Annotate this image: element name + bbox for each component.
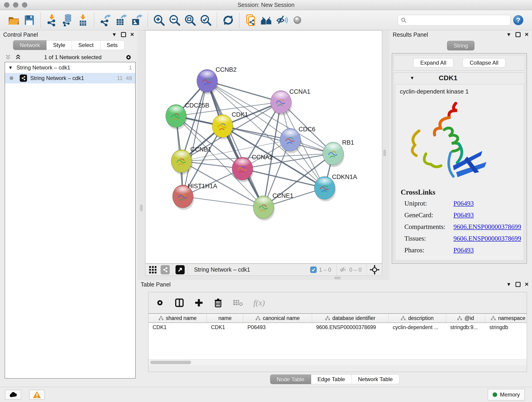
panel-collapse-icon[interactable]: ▼ <box>506 32 511 38</box>
left-splitter-handle[interactable] <box>140 205 143 211</box>
delete-column-icon[interactable] <box>214 298 223 307</box>
node-CCNA2[interactable] <box>232 157 254 182</box>
column-header-name[interactable]: name <box>207 314 243 322</box>
column-header-database-identifier[interactable]: database identifier <box>312 314 389 322</box>
network-graph[interactable]: CCNB2CCNA1CDC25BCDK1CDC6RB1CCNB1CCNA2CDK… <box>146 31 382 263</box>
right-splitter-handle[interactable] <box>384 150 386 156</box>
clone-network-icon[interactable] <box>244 13 257 27</box>
search-box[interactable] <box>398 15 510 26</box>
panel-collapse-icon[interactable]: ▼ <box>506 281 511 287</box>
node-CCNE1[interactable] <box>253 196 275 221</box>
hscrollbar-thumb[interactable] <box>150 361 191 364</box>
expand-all-icon[interactable] <box>15 54 21 60</box>
level-of-detail-icon[interactable] <box>291 13 304 27</box>
fit-selected-crosshair-icon[interactable] <box>370 265 380 275</box>
column-header-@id[interactable]: @id <box>446 314 485 322</box>
zoom-out-icon[interactable] <box>168 13 181 27</box>
export-table-icon[interactable] <box>114 13 128 27</box>
collection-caret-icon[interactable]: ▼ <box>8 65 13 70</box>
edge-CCNA2-CDKN1A[interactable] <box>242 169 325 188</box>
refresh-icon[interactable] <box>222 13 235 27</box>
node-RB1[interactable] <box>323 142 344 167</box>
zoom-fit-icon[interactable] <box>184 13 197 27</box>
network-row[interactable]: String Network – cdk1 11 48 <box>5 73 135 83</box>
crosslink-link[interactable]: 9606.ENSP00000378699 <box>453 223 521 230</box>
crosslink-link[interactable]: 9606.ENSP00000378699 <box>453 235 521 242</box>
edge-CCNB2-HIST1H1A[interactable] <box>183 81 207 196</box>
column-header-description[interactable]: description <box>389 314 446 322</box>
selected-nodes-checkbox-icon[interactable] <box>310 267 317 273</box>
bottom-splitter-handle[interactable] <box>334 277 341 279</box>
table-cell[interactable]: CDK1 <box>148 323 207 332</box>
collapse-all-icon[interactable] <box>5 54 11 60</box>
panel-float-icon[interactable] <box>515 282 520 287</box>
crosslink-link[interactable]: P06493 <box>453 246 474 254</box>
automation-cloud-button[interactable] <box>5 390 21 400</box>
node-CCNB2[interactable] <box>197 70 218 95</box>
edge-CCNE1-HIST1H1A[interactable] <box>183 196 264 207</box>
import-network-icon[interactable] <box>45 13 58 27</box>
tab-style[interactable]: Style <box>46 40 72 50</box>
node-CDC25B[interactable] <box>166 104 187 129</box>
zoom-selected-icon[interactable] <box>199 13 212 27</box>
show-columns-icon[interactable] <box>175 298 184 307</box>
gear-icon[interactable] <box>125 53 133 61</box>
tab-network-table[interactable]: Network Table <box>352 375 399 384</box>
add-column-icon[interactable] <box>194 298 203 307</box>
tab-node-table[interactable]: Node Table <box>270 375 311 384</box>
panel-float-icon[interactable] <box>121 32 126 37</box>
table-cell[interactable]: stringdb <box>485 323 527 332</box>
crosslink-link[interactable]: P06493 <box>453 211 474 219</box>
table-hscrollbar[interactable] <box>148 359 527 365</box>
table-cell[interactable]: CDK1 <box>207 323 243 332</box>
node-label-CDK1: CDK1 <box>232 111 248 118</box>
zoom-in-icon[interactable] <box>152 13 166 27</box>
tab-network[interactable]: Network <box>13 40 46 50</box>
tab-sets[interactable]: Sets <box>100 40 124 50</box>
table-cell[interactable]: stringdb:9... <box>446 323 485 332</box>
section-caret-icon[interactable]: ▼ <box>410 75 414 81</box>
node-CDC6[interactable] <box>280 128 302 153</box>
panel-float-icon[interactable] <box>515 32 520 37</box>
protein-section-header[interactable]: ▼ CDK1 <box>394 73 525 83</box>
crosslink-link[interactable]: P06493 <box>453 200 474 207</box>
panel-close-icon[interactable]: ✕ <box>130 32 134 38</box>
open-in-window-icon[interactable] <box>176 265 185 274</box>
column-header-shared-name[interactable]: shared name <box>148 314 207 322</box>
network-collection-row[interactable]: ▼ String Network – cdk1 1 <box>5 62 135 73</box>
grid-view-icon[interactable] <box>148 265 158 275</box>
panel-close-icon[interactable]: ✕ <box>525 32 529 38</box>
panel-close-icon[interactable]: ✕ <box>525 281 529 287</box>
search-input[interactable] <box>409 17 507 23</box>
expand-all-button[interactable]: Expand All <box>413 58 453 67</box>
export-network-icon[interactable] <box>99 13 112 27</box>
string-view-icon[interactable] <box>161 265 170 274</box>
export-image-icon[interactable] <box>130 13 143 27</box>
node-CCNA1[interactable] <box>271 90 292 115</box>
network-canvas[interactable]: CCNB2CCNA1CDC25BCDK1CDC6RB1CCNB1CCNA2CDK… <box>145 30 382 264</box>
edge-CDK1-RB1[interactable] <box>222 126 333 153</box>
panel-collapse-icon[interactable]: ▼ <box>112 32 117 38</box>
column-header-namespace[interactable]: namespace <box>485 314 527 322</box>
node-CDK1[interactable] <box>212 115 234 140</box>
memory-button[interactable]: Memory <box>488 389 525 400</box>
table-cell[interactable]: 9606.ENSP00000378699 <box>312 323 389 332</box>
table-gear-icon[interactable] <box>155 298 165 307</box>
open-session-icon[interactable] <box>7 13 20 27</box>
save-session-icon[interactable] <box>23 13 36 27</box>
help-icon[interactable]: ? <box>512 13 525 27</box>
import-table-icon[interactable] <box>76 13 89 27</box>
show-hide-glasses-icon[interactable] <box>275 13 288 27</box>
tab-string[interactable]: String <box>447 41 475 51</box>
warnings-button[interactable] <box>29 390 44 400</box>
string-home-icon[interactable] <box>260 13 273 27</box>
crosslinks-heading: CrossLinks <box>401 188 524 196</box>
table-cell[interactable]: P06493 <box>243 323 312 332</box>
table-row[interactable]: CDK1CDK1P064939606.ENSP00000378699cyclin… <box>148 323 527 332</box>
tab-edge-table[interactable]: Edge Table <box>311 375 352 384</box>
tab-select[interactable]: Select <box>72 40 100 50</box>
column-header-canonical-name[interactable]: canonical name <box>243 314 312 322</box>
import-database-icon[interactable] <box>61 13 74 27</box>
collapse-all-button[interactable]: Collapse All <box>462 58 505 67</box>
table-cell[interactable]: cyclin-dependent ... <box>389 323 446 332</box>
